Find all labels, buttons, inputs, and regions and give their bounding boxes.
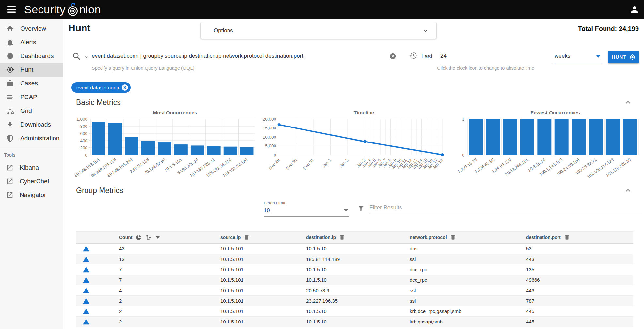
- source-ip-cell: 10.1.5.101: [215, 256, 301, 262]
- warning-icon[interactable]: [83, 266, 90, 273]
- destination-port-cell: 443: [521, 288, 633, 293]
- fetch-limit-select[interactable]: Fetch Limit 10: [264, 201, 349, 217]
- page-title: Hunt: [68, 22, 90, 34]
- options-panel[interactable]: Options: [201, 22, 436, 39]
- unit-select[interactable]: weeks: [554, 50, 602, 63]
- count-cell: 43: [114, 246, 215, 251]
- table-header-row: Count source.ip destination.ip ne: [76, 231, 633, 244]
- warning-icon[interactable]: [83, 287, 90, 294]
- sidebar-item-label: Downloads: [20, 121, 51, 128]
- trash-icon[interactable]: [244, 234, 250, 240]
- sidebar-item-navigator[interactable]: Navigator: [0, 188, 63, 202]
- basic-metrics-collapse-icon[interactable]: [624, 98, 632, 107]
- hamburger-menu-icon[interactable]: [7, 5, 17, 14]
- table-row[interactable]: 7 10.1.5.101 10.1.5.10 dce_rpc 49666: [76, 275, 633, 285]
- table-row[interactable]: 2 10.1.5.101 10.1.5.10 krb,gssapi,smb 44…: [76, 317, 633, 327]
- warning-icon[interactable]: [83, 256, 90, 263]
- sidebar-item-hunt[interactable]: Hunt: [0, 63, 63, 77]
- account-icon[interactable]: [630, 5, 639, 14]
- warning-icon[interactable]: [83, 277, 90, 284]
- warning-icon[interactable]: [83, 318, 90, 325]
- svg-text:800: 800: [80, 124, 87, 129]
- group-metrics-title: Group Metrics: [76, 186, 123, 195]
- sidebar-item-kibana[interactable]: Kibana: [0, 161, 63, 174]
- destination-port-cell: 443: [521, 256, 633, 262]
- query-history-chevron-icon[interactable]: [84, 54, 89, 61]
- svg-text:0: 0: [462, 153, 464, 157]
- trash-icon[interactable]: [339, 234, 345, 240]
- destination-port-cell: 49666: [521, 277, 633, 283]
- table-row[interactable]: 2 10.1.5.101 23.227.196.35 ssl 787: [76, 296, 633, 306]
- count-cell: 2: [114, 319, 215, 324]
- sidebar-item-cases[interactable]: Cases: [0, 77, 63, 90]
- destination-port-cell: 53: [521, 246, 633, 251]
- column-header-destination-ip: destination.ip: [306, 235, 336, 240]
- column-menu-arrow-icon[interactable]: [156, 236, 160, 239]
- count-cell: 13: [114, 256, 215, 262]
- chip-close-icon[interactable]: [122, 84, 128, 91]
- sidebar-item-label: Alerts: [20, 39, 36, 46]
- groupby-tree-icon[interactable]: [146, 234, 152, 241]
- svg-text:10,000: 10,000: [263, 135, 276, 140]
- table-row[interactable]: 4 10.1.5.101 20.50.73.9 ssl 443: [76, 285, 633, 296]
- sidebar-nav: Overview Alerts Dashboards Hunt Cases PC…: [0, 19, 63, 329]
- pie-chart-toggle-icon[interactable]: [135, 234, 142, 241]
- column-header-count: Count: [119, 235, 132, 240]
- filter-chip-label: event.dataset:conn: [76, 85, 119, 91]
- most-occurrences-plot: 02004006008001,00089.248.163.15589.248.1…: [75, 118, 259, 183]
- sidebar-item-administration[interactable]: Administration: [0, 131, 63, 145]
- chart-title: Timeline: [253, 110, 449, 116]
- search-icon[interactable]: [72, 52, 81, 62]
- svg-text:Jan 2: Jan 2: [338, 158, 349, 169]
- source-ip-cell: 10.1.5.101: [215, 246, 301, 251]
- destination-ip-cell: 10.1.5.10: [301, 267, 404, 272]
- crosshairs-icon: [6, 66, 14, 74]
- logo-text-nion: nion: [79, 3, 101, 16]
- network-protocol-cell: krb,gssapi,smb: [404, 319, 521, 324]
- hunt-button[interactable]: HUNT: [608, 51, 639, 63]
- history-clock-icon[interactable]: [409, 52, 417, 61]
- filter-funnel-icon: [357, 205, 365, 213]
- sidebar-item-dashboards[interactable]: Dashboards: [0, 49, 63, 63]
- sidebar-item-pcap[interactable]: PCAP: [0, 90, 63, 104]
- trash-icon[interactable]: [564, 234, 570, 240]
- destination-ip-cell: 10.1.5.10: [301, 319, 404, 324]
- chart-title: Most Occurrences: [75, 110, 259, 116]
- table-row[interactable]: 13 10.1.5.101 185.81.114.189 ssl 443: [76, 254, 633, 264]
- clear-query-icon[interactable]: [389, 53, 396, 61]
- filter-results-input[interactable]: Filter Results: [369, 204, 640, 214]
- destination-ip-cell: 185.81.114.189: [301, 256, 404, 262]
- chevron-down-icon: [422, 27, 429, 36]
- external-link-icon: [6, 164, 13, 171]
- filter-chip[interactable]: event.dataset:conn: [71, 82, 131, 93]
- table-row[interactable]: 43 10.1.5.101 10.1.5.10 dns 53: [76, 244, 633, 254]
- sidebar-item-overview[interactable]: Overview: [0, 22, 63, 36]
- network-protocol-cell: ssl: [404, 298, 521, 304]
- sidebar-item-alerts[interactable]: Alerts: [0, 36, 63, 49]
- warning-icon[interactable]: [83, 297, 90, 305]
- column-header-source-ip: source.ip: [220, 235, 241, 240]
- unit-value: weeks: [555, 53, 570, 59]
- top-bar: Security nion: [0, 0, 644, 19]
- table-row[interactable]: 7 10.1.5.101 10.1.5.10 dce_rpc 135: [76, 264, 633, 275]
- group-metrics-table: Count source.ip destination.ip ne: [76, 231, 633, 327]
- query-hint: Specify a query in Onion Query Language …: [92, 66, 194, 71]
- query-input[interactable]: event.dataset:conn | groupby source.ip d…: [92, 50, 397, 63]
- sidebar-item-downloads[interactable]: Downloads: [0, 118, 63, 131]
- destination-port-cell: 445: [521, 308, 633, 314]
- duration-input[interactable]: 24: [439, 50, 552, 63]
- sidebar-item-grid[interactable]: Grid: [0, 104, 63, 118]
- destination-ip-cell: 10.1.5.10: [301, 246, 404, 251]
- svg-text:Dec 30: Dec 30: [285, 158, 298, 171]
- table-row[interactable]: 2 10.1.5.101 10.1.5.10 krb,dce_rpc,gssap…: [76, 306, 633, 317]
- total-found-value: 24,199: [619, 25, 639, 32]
- sidebar-item-cyberchef[interactable]: CyberChef: [0, 174, 63, 188]
- timeline-chart: Timeline 05,00010,00015,00020,000Dec 29D…: [253, 110, 449, 183]
- app-window: Security nion Overview Alerts Dashboards: [0, 0, 644, 329]
- total-found: Total Found: 24,199: [578, 25, 639, 33]
- group-metrics-collapse-icon[interactable]: [624, 186, 632, 195]
- trash-icon[interactable]: [450, 234, 456, 240]
- warning-icon[interactable]: [83, 245, 90, 252]
- source-ip-cell: 10.1.5.101: [215, 298, 301, 304]
- warning-icon[interactable]: [83, 308, 90, 315]
